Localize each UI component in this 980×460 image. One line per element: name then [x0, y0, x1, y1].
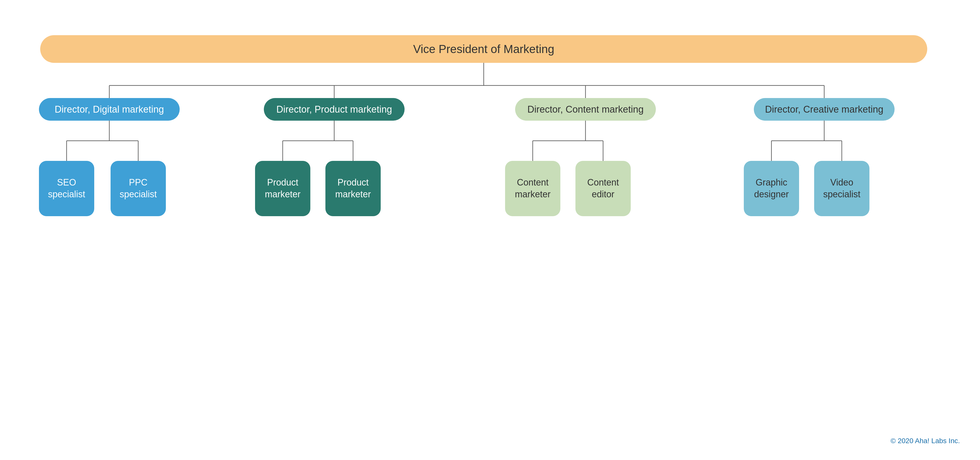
leaf-vs-node: Videospecialist: [814, 161, 869, 216]
root-label: Vice President of Marketing: [413, 42, 554, 56]
leaf-pm1-node: Productmarketer: [255, 161, 310, 216]
root-node: Vice President of Marketing: [40, 35, 927, 63]
director-digital-node: Director, Digital marketing: [39, 98, 180, 121]
director-digital-label: Director, Digital marketing: [54, 104, 164, 115]
leaf-seo-node: SEOspecialist: [39, 161, 94, 216]
leaf-ce-node: Contenteditor: [576, 161, 631, 216]
director-content-node: Director, Content marketing: [515, 98, 656, 121]
leaf-pm2-label: Productmarketer: [335, 177, 371, 201]
leaf-gd-node: Graphicdesigner: [744, 161, 799, 216]
copyright-text: © 2020 Aha! Labs Inc.: [891, 437, 960, 445]
leaf-cm-label: Contentmarketer: [515, 177, 550, 201]
leaf-ppc-label: PPCspecialist: [119, 177, 157, 201]
leaf-vs-label: Videospecialist: [823, 177, 861, 201]
director-product-node: Director, Product marketing: [264, 98, 404, 121]
org-chart: Vice President of Marketing Director, Di…: [0, 0, 980, 460]
leaf-gd-label: Graphicdesigner: [754, 177, 789, 201]
copyright: © 2020 Aha! Labs Inc.: [891, 437, 960, 445]
leaf-ppc-node: PPCspecialist: [111, 161, 166, 216]
director-creative-node: Director, Creative marketing: [754, 98, 894, 121]
leaf-seo-label: SEOspecialist: [48, 177, 85, 201]
leaf-pm2-node: Productmarketer: [325, 161, 381, 216]
director-creative-label: Director, Creative marketing: [765, 104, 883, 115]
leaf-pm1-label: Productmarketer: [265, 177, 301, 201]
connector-lines: [0, 0, 980, 460]
director-content-label: Director, Content marketing: [527, 104, 644, 115]
leaf-cm-node: Contentmarketer: [505, 161, 560, 216]
leaf-ce-label: Contenteditor: [587, 177, 619, 201]
director-product-label: Director, Product marketing: [277, 104, 392, 115]
